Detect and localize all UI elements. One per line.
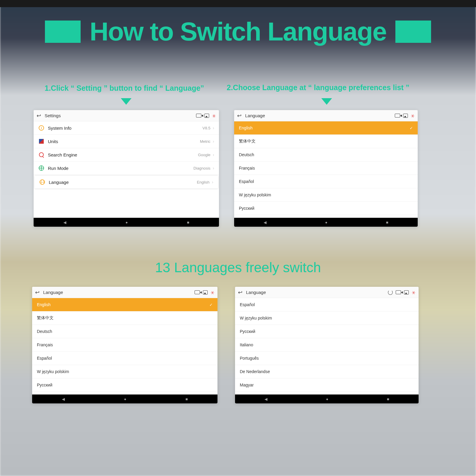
header-icons: ⚹ bbox=[196, 113, 216, 118]
row-value: Google bbox=[198, 153, 210, 157]
language-label: Русский bbox=[37, 383, 52, 387]
picture-icon[interactable] bbox=[403, 114, 408, 118]
language-option[interactable]: De Nederlandse bbox=[235, 365, 419, 378]
nav-home-icon[interactable]: ● bbox=[126, 220, 128, 225]
bluetooth-icon[interactable]: ⚹ bbox=[211, 290, 214, 295]
language-option[interactable]: Português bbox=[235, 352, 419, 365]
info-icon: i bbox=[38, 125, 44, 131]
language-label: Español bbox=[37, 356, 52, 361]
lang-icon bbox=[39, 179, 45, 185]
language-option[interactable]: English✓ bbox=[234, 121, 418, 135]
screen-header: ↩ Language ⚹ bbox=[234, 110, 418, 121]
language-label: Русский bbox=[239, 206, 254, 211]
bluetooth-icon[interactable]: ⚹ bbox=[411, 113, 415, 118]
language-option[interactable]: Italiano bbox=[235, 338, 419, 352]
language-option[interactable]: W języku polskim bbox=[234, 188, 418, 202]
screen-header: ↩ Language ⚹ bbox=[235, 287, 419, 298]
nav-recent-icon[interactable]: ■ bbox=[187, 220, 190, 225]
language-option[interactable]: Español bbox=[235, 298, 419, 311]
language-option[interactable]: W języku polskim bbox=[235, 311, 419, 325]
language-screen-3: ↩ Language ⚹ English✓繁体中文DeutschFrançais… bbox=[32, 287, 217, 403]
instruction-2: 2.Choose Language at “ language preferen… bbox=[227, 83, 409, 92]
picture-icon[interactable] bbox=[204, 114, 209, 118]
chevron-right-icon: › bbox=[212, 180, 213, 184]
language-label: W języku polskim bbox=[239, 192, 271, 197]
row-label: Run Mode bbox=[48, 166, 193, 171]
settings-row-language[interactable]: LanguageEnglish› bbox=[35, 176, 218, 189]
nav-back-icon[interactable]: ◀ bbox=[264, 220, 267, 225]
language-option[interactable]: Русский bbox=[234, 202, 418, 215]
settings-row-run-mode[interactable]: Run ModeDiagnosis› bbox=[34, 162, 219, 175]
back-icon[interactable]: ↩ bbox=[238, 289, 242, 296]
android-nav-bar: ◀ ● ■ bbox=[235, 394, 419, 403]
settings-row-search-engine[interactable]: Search EngineGoogle› bbox=[34, 148, 219, 162]
language-label: English bbox=[37, 302, 51, 307]
check-icon: ✓ bbox=[410, 126, 413, 130]
nav-home-icon[interactable]: ● bbox=[326, 397, 328, 401]
language-option[interactable]: Français bbox=[234, 162, 418, 175]
language-label: Deutsch bbox=[239, 152, 254, 157]
chevron-right-icon: › bbox=[213, 152, 214, 157]
picture-icon[interactable] bbox=[203, 290, 208, 295]
back-icon[interactable]: ↩ bbox=[37, 112, 41, 119]
heading-row: How to Switch Language bbox=[0, 16, 476, 47]
bluetooth-icon[interactable]: ⚹ bbox=[212, 113, 216, 118]
camera-icon[interactable] bbox=[196, 114, 201, 118]
language-label: Deutsch bbox=[37, 329, 52, 334]
language-option[interactable]: Русский bbox=[32, 378, 217, 392]
refresh-icon[interactable] bbox=[388, 290, 393, 295]
heading-accent-left bbox=[45, 21, 81, 43]
nav-back-icon[interactable]: ◀ bbox=[62, 397, 65, 401]
nav-recent-icon[interactable]: ■ bbox=[386, 220, 389, 225]
language-label: W języku polskim bbox=[240, 316, 272, 320]
android-nav-bar: ◀ ● ■ bbox=[32, 394, 217, 403]
language-option[interactable]: Magyar bbox=[235, 378, 419, 392]
row-label: Units bbox=[48, 139, 200, 144]
nav-back-icon[interactable]: ◀ bbox=[264, 397, 267, 401]
language-label: Português bbox=[240, 356, 259, 361]
nav-home-icon[interactable]: ● bbox=[325, 220, 328, 225]
nav-back-icon[interactable]: ◀ bbox=[63, 220, 66, 225]
nav-home-icon[interactable]: ● bbox=[124, 397, 126, 401]
language-option[interactable]: English✓ bbox=[32, 298, 217, 311]
bluetooth-icon[interactable]: ⚹ bbox=[412, 290, 416, 295]
arrow-down-icon bbox=[121, 98, 131, 105]
header-icons: ⚹ bbox=[395, 113, 415, 118]
language-label: W języku polskim bbox=[37, 369, 69, 374]
language-screen-2: ↩ Language ⚹ English✓繁体中文DeutschFrançais… bbox=[234, 110, 418, 227]
language-option[interactable]: Русский bbox=[235, 325, 419, 338]
settings-row-units[interactable]: UnitsMetric› bbox=[34, 135, 219, 148]
nav-recent-icon[interactable]: ■ bbox=[186, 397, 188, 401]
picture-icon[interactable] bbox=[404, 290, 409, 295]
language-list: EspañolW języku polskimРусскийItalianoPo… bbox=[235, 298, 419, 394]
camera-icon[interactable] bbox=[395, 114, 400, 118]
language-label: Español bbox=[239, 179, 254, 184]
camera-icon[interactable] bbox=[195, 290, 200, 294]
screen-title: Language bbox=[245, 113, 395, 118]
run-icon bbox=[38, 165, 44, 171]
back-icon[interactable]: ↩ bbox=[35, 289, 40, 296]
language-screen-4: ↩ Language ⚹ EspañolW języku polskimРусс… bbox=[235, 287, 419, 403]
language-label: Español bbox=[240, 302, 255, 307]
check-icon: ✓ bbox=[209, 303, 213, 307]
language-option[interactable]: Deutsch bbox=[234, 148, 418, 162]
language-option[interactable]: 繁体中文 bbox=[32, 311, 217, 325]
language-label: 繁体中文 bbox=[239, 139, 256, 144]
nav-recent-icon[interactable]: ■ bbox=[387, 397, 389, 401]
language-option[interactable]: Español bbox=[234, 175, 418, 188]
row-value: English bbox=[197, 180, 210, 184]
search-icon bbox=[38, 152, 44, 158]
back-icon[interactable]: ↩ bbox=[237, 112, 242, 119]
language-option[interactable]: 繁体中文 bbox=[234, 135, 418, 148]
language-label: Русский bbox=[240, 329, 255, 334]
language-option[interactable]: Deutsch bbox=[32, 325, 217, 338]
top-dark-bar bbox=[0, 0, 476, 7]
screen-title: Language bbox=[246, 290, 388, 295]
row-value: Metric bbox=[200, 139, 210, 144]
language-option[interactable]: Español bbox=[32, 352, 217, 365]
settings-row-system-info[interactable]: iSystem InfoV8.5› bbox=[34, 121, 219, 135]
camera-icon[interactable] bbox=[396, 290, 401, 294]
language-option[interactable]: W języku polskim bbox=[32, 365, 217, 378]
language-option[interactable]: Français bbox=[32, 338, 217, 352]
language-label: Français bbox=[37, 342, 53, 347]
